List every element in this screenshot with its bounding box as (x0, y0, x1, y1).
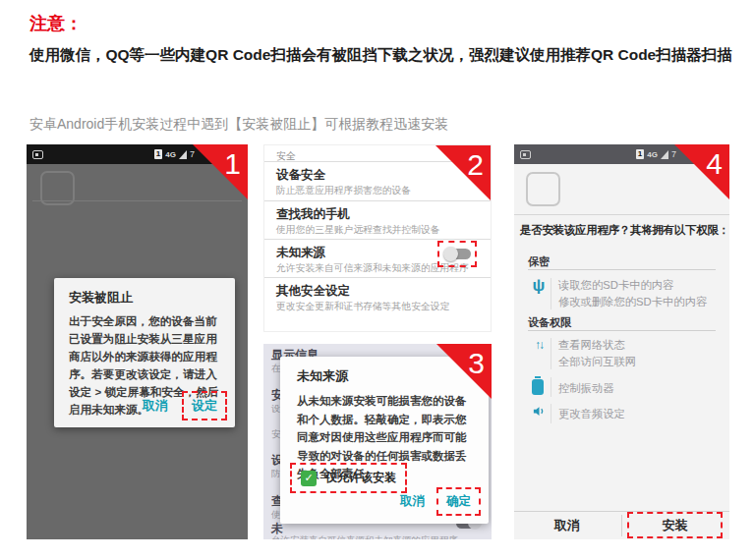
signal-icon (179, 150, 187, 159)
divider (32, 200, 242, 201)
screenshot-step4: 1 4G 7 是否安装该应用程序？其将拥有以下权限： 保密 ψ 读取您的SD卡中… (514, 144, 729, 539)
cancel-button[interactable]: 取消 (392, 489, 433, 514)
settings-button[interactable]: 设定 (182, 391, 227, 420)
screenshot-step2: 安全 设备安全 防止恶意应用程序损害您的设备 查找我的手机 使用您的三星账户远程… (263, 144, 492, 332)
step-number: 2 (467, 148, 484, 182)
network-4g-icon: 4G (165, 150, 176, 159)
divider (264, 200, 491, 201)
unknown-sources-toggle[interactable] (443, 248, 471, 260)
list-item-sub: 使用您的三星账户远程查找并控制设备 (276, 224, 440, 237)
divider (551, 338, 551, 369)
dialog-title: 未知来源 (297, 367, 348, 385)
network-4g-icon: 4G (647, 150, 658, 159)
tutorial-subtitle: 安卓Android手机安装过程中遇到【安装被阻止】可根据教程迅速安装 (29, 116, 733, 134)
cancel-button[interactable]: 取消 (135, 393, 176, 419)
permission-internet: 全部访问互联网 (558, 355, 636, 369)
divider (551, 404, 551, 423)
permission-sd-write: 修改或删除您的SD卡中的内容 (558, 295, 707, 309)
checkbox-label: 仅允许该安装 (325, 470, 396, 486)
list-item-sub: 更改安全更新和证书存储等其他安全设定 (276, 301, 449, 313)
signal-icon (661, 150, 668, 159)
unknown-sources-toggle-highlight (437, 241, 477, 267)
ok-button[interactable]: 确定 (436, 487, 481, 516)
divider (264, 277, 491, 278)
sim-count-badge: 1 (636, 149, 644, 159)
step-number: 3 (468, 347, 485, 380)
permission-audio: 更改音频设定 (558, 407, 625, 421)
allow-once-checkbox-row[interactable]: ✓ 仅允许该安装 (290, 463, 407, 493)
list-item-sub: 防止恶意应用程序损害您的设备 (276, 185, 411, 197)
section-device-header: 设备权限 (528, 315, 571, 330)
network-arrows-icon: ↑↓ (530, 338, 548, 352)
divider (514, 214, 729, 215)
tutorial-page: 注意： 使用微信，QQ等一些内建QR Code扫描会有被阻挡下载之状况，强烈建议… (0, 0, 754, 560)
dialog-title: 安装被阻止 (69, 289, 133, 307)
divider (621, 515, 622, 536)
section-privacy-header: 保密 (528, 254, 550, 269)
list-item-device-security[interactable]: 设备安全 (276, 167, 325, 184)
permission-network-state: 查看网络状态 (558, 338, 625, 353)
sim-count-badge: 1 (154, 149, 162, 159)
install-blocked-dialog: 安装被阻止 出于安全原因，您的设备当前已设置为阻止安装从三星应用商店以外的来源获… (54, 278, 235, 427)
divider (528, 269, 716, 270)
notice-title: 注意： (29, 12, 83, 35)
screenshot-step3: 显示信息 在 安 设 安 设 防 查 使 未 允许安装来自可信来源和未知来源的应… (263, 344, 492, 539)
app-icon-placeholder (526, 172, 560, 206)
list-item-unknown-sources[interactable]: 未知来源 (276, 245, 325, 261)
audio-icon (530, 404, 548, 422)
divider (528, 330, 716, 331)
divider (264, 239, 491, 240)
vibration-icon (532, 379, 544, 395)
permission-vibration: 控制振动器 (558, 381, 613, 396)
divider (551, 377, 551, 397)
step-number: 4 (706, 147, 723, 181)
sim-icon (32, 150, 43, 159)
checkbox-checked-icon[interactable]: ✓ (301, 471, 317, 486)
permission-sd-read: 读取您的SD卡中的内容 (558, 278, 673, 293)
list-item-find-my-phone[interactable]: 查找我的手机 (276, 206, 350, 223)
list-item-other-security[interactable]: 其他安全设定 (276, 283, 350, 300)
cancel-button[interactable]: 取消 (514, 512, 620, 538)
divider (551, 278, 551, 309)
install-button[interactable]: 安装 (627, 512, 723, 538)
notice-body: 使用微信，QQ等一些内建QR Code扫描会有被阻挡下载之状况，强烈建议使用推荐… (29, 41, 733, 68)
sim-icon (520, 150, 531, 159)
screenshot-step1: 1 4G 7 安装被阻止 出于安全原因，您的设备当前已设置为阻止安装从三星应用商… (27, 144, 248, 539)
usb-icon: ψ (530, 276, 548, 296)
install-question: 是否安装该应用程序？其将拥有以下权限： (520, 223, 729, 238)
step-number: 1 (224, 147, 241, 181)
bg-list-sub: 允许安装来自可信来源和未知来源的应用程序 (271, 534, 458, 539)
